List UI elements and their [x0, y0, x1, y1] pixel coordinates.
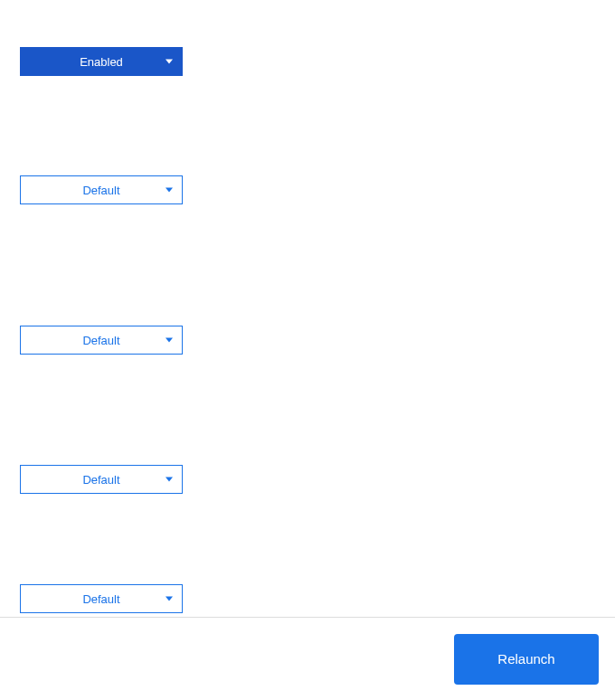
chevron-down-icon — [166, 597, 173, 601]
flag-dropdown-label: Default — [21, 334, 182, 347]
footer-bar: Relaunch — [0, 617, 615, 700]
chevron-down-icon — [166, 338, 173, 343]
flag-dropdown-2[interactable]: Default — [20, 175, 183, 204]
flag-dropdown-4[interactable]: Default — [20, 465, 183, 494]
flag-dropdown-1[interactable]: Enabled — [20, 47, 183, 76]
flag-dropdown-label: Default — [21, 473, 182, 487]
relaunch-button[interactable]: Relaunch — [454, 634, 599, 685]
flag-dropdown-label: Default — [21, 184, 182, 197]
chevron-down-icon — [166, 60, 173, 64]
flag-dropdown-3[interactable]: Default — [20, 326, 183, 355]
chevron-down-icon — [166, 188, 173, 193]
chevron-down-icon — [166, 478, 173, 482]
flag-dropdown-label: Default — [21, 592, 182, 606]
flags-dropdown-column: Enabled Default Default Default Default — [0, 0, 615, 613]
flag-dropdown-label: Enabled — [21, 55, 182, 69]
flag-dropdown-5[interactable]: Default — [20, 584, 183, 613]
